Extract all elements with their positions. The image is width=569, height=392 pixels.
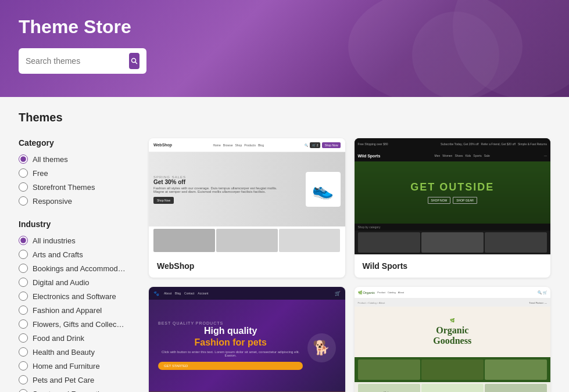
industry-option-bookings[interactable]: Bookings and Accommodat... — [19, 264, 135, 273]
main-content: Themes Category All themes Free Storefro… — [0, 97, 569, 392]
pf-nav: 🐾 About Blog Contact Account 🛒 — [149, 287, 345, 300]
industry-label-sports: Sports and Recreation — [33, 390, 108, 393]
content-layout: Category All themes Free Storefront Them… — [19, 138, 550, 392]
ws-hero: SPRING SALES Get 30% off Fashion all sty… — [149, 152, 345, 226]
wildsports-preview: Free Shipping over $80 Subscribe Today, … — [355, 138, 551, 254]
industry-filter-title: Industry — [19, 220, 135, 229]
industry-label-all: All industries — [33, 236, 76, 245]
category-label-storefront: Storefront Themes — [33, 183, 95, 192]
industry-label-home: Home and Furniture — [33, 362, 100, 371]
theme-card-petfashion[interactable]: 🐾 About Blog Contact Account 🛒 BEST QU — [149, 287, 345, 392]
ws-logo: WebShop — [153, 143, 172, 147]
industry-option-fashion[interactable]: Fashion and Apparel — [19, 305, 135, 315]
theme-grid: WebShop Home Browse Shop Products Blog 🔍… — [149, 138, 550, 392]
ws-nav-links: Home Browse Shop Products Blog — [213, 143, 263, 147]
industry-label-fashion: Fashion and Apparel — [33, 306, 102, 315]
og-nav: 🌿 Organic Product Catalog About 🔍 🛒 — [355, 287, 551, 299]
industry-option-digital[interactable]: Digital and Audio — [19, 278, 135, 287]
industry-option-health[interactable]: Health and Beauty — [19, 347, 135, 357]
og-hero: 🌿 OrganicGoodness — [355, 307, 551, 357]
category-option-storefront[interactable]: Storefront Themes — [19, 182, 135, 192]
header-decoration — [337, 0, 569, 97]
category-option-all[interactable]: All themes — [19, 154, 135, 164]
search-button[interactable] — [129, 53, 139, 69]
category-filter: Category All themes Free Storefront Them… — [19, 138, 135, 206]
ws-categories — [149, 226, 345, 254]
themes-heading: Themes — [19, 111, 550, 124]
category-filter-title: Category — [19, 138, 135, 148]
pf-hero: BEST QUALITY PRODUCTS High quality Fashi… — [149, 300, 345, 391]
wildsports-info: Wild Sports — [355, 254, 551, 278]
theme-card-webshop[interactable]: WebShop Home Browse Shop Products Blog 🔍… — [149, 138, 345, 278]
category-option-free[interactable]: Free — [19, 168, 135, 178]
webshop-info: WebShop — [149, 254, 345, 278]
industry-label-bookings: Bookings and Accommodat... — [33, 264, 126, 273]
sidebar: Category All themes Free Storefront Them… — [19, 138, 135, 392]
search-bar — [19, 48, 146, 74]
category-option-responsive[interactable]: Responsive — [19, 196, 135, 206]
industry-option-all[interactable]: All industries — [19, 236, 135, 245]
header: Theme Store — [0, 0, 569, 97]
page-title: Theme Store — [19, 16, 550, 38]
wildsports-name: Wild Sports — [363, 261, 543, 271]
organic-preview: 🌿 Organic Product Catalog About 🔍 🛒 Prod… — [355, 287, 551, 392]
industry-option-food[interactable]: Food and Drink — [19, 333, 135, 343]
industry-option-sports[interactable]: Sports and Recreation — [19, 389, 135, 392]
category-label-responsive: Responsive — [33, 197, 72, 206]
og-cats — [355, 357, 551, 382]
industry-label-electronics: Electronics and Software — [33, 292, 116, 301]
industry-label-health: Health and Beauty — [33, 348, 95, 357]
industry-option-home[interactable]: Home and Furniture — [19, 361, 135, 371]
wsp-hero-text: GET OUTSIDE — [410, 181, 494, 193]
industry-label-flowers: Flowers, Gifts and Collecti... — [33, 320, 126, 329]
wsp-hero: GET OUTSIDE SHOP NOW SHOP GEAR — [355, 161, 551, 224]
industry-option-arts[interactable]: Arts and Crafts — [19, 250, 135, 259]
industry-option-pets[interactable]: Pets and Pet Care — [19, 375, 135, 384]
industry-label-arts: Arts and Crafts — [33, 250, 83, 259]
category-label-all: All themes — [33, 155, 68, 164]
search-icon — [131, 57, 138, 64]
theme-card-wildsports[interactable]: Free Shipping over $80 Subscribe Today, … — [355, 138, 551, 278]
wsp-cats — [355, 231, 551, 254]
webshop-name: WebShop — [157, 261, 337, 271]
webshop-preview: WebShop Home Browse Shop Products Blog 🔍… — [149, 138, 345, 254]
og-hero-title: OrganicGoodness — [433, 325, 471, 346]
industry-option-electronics[interactable]: Electronics and Software — [19, 292, 135, 301]
category-label-free: Free — [33, 169, 48, 178]
industry-label-digital: Digital and Audio — [33, 278, 90, 287]
pet-image: 🐕 — [307, 333, 335, 362]
industry-label-pets: Pets and Pet Care — [33, 376, 94, 384]
ws-shoe-image: 👟 — [306, 172, 341, 207]
industry-option-flowers[interactable]: Flowers, Gifts and Collecti... — [19, 319, 135, 329]
industry-label-food: Food and Drink — [33, 334, 84, 343]
svg-line-1 — [135, 62, 137, 64]
industry-filter: Industry All industries Arts and Crafts … — [19, 220, 135, 392]
wsp-nav: Free Shipping over $80 Subscribe Today, … — [355, 138, 551, 150]
search-input[interactable] — [26, 56, 124, 66]
theme-card-organic[interactable]: 🌿 Organic Product Catalog About 🔍 🛒 Prod… — [355, 287, 551, 392]
petfashion-preview: 🐾 About Blog Contact Account 🛒 BEST QU — [149, 287, 345, 392]
